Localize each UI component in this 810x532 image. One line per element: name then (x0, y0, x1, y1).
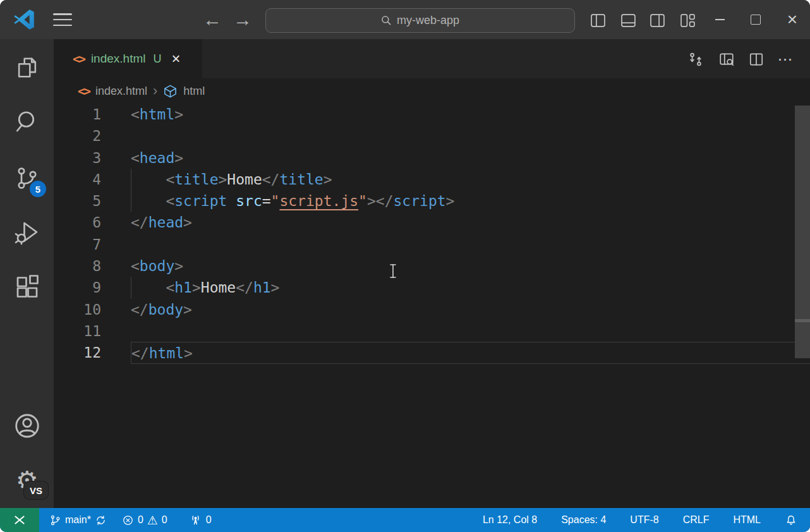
source-control-icon[interactable]: 5 (12, 163, 42, 193)
html-file-icon: <> (73, 52, 85, 66)
eol-status[interactable]: CRLF (680, 514, 712, 526)
branch-name: main* (65, 514, 91, 526)
maximize-button[interactable] (741, 5, 770, 34)
remote-icon (13, 513, 27, 527)
code-text[interactable] (131, 320, 810, 342)
ports-status[interactable]: 0 (186, 514, 214, 527)
line-number[interactable]: 5 (54, 190, 101, 212)
notifications-bell-icon[interactable] (782, 514, 800, 526)
code-text[interactable]: <head> (131, 147, 810, 169)
line-number[interactable]: 7 (54, 234, 101, 255)
code-editor[interactable]: 1<html>23<head>4 <title>Home</title>5 <s… (54, 104, 810, 364)
title-bar: ← → my-web-app × (0, 0, 810, 39)
code-text[interactable] (131, 234, 810, 255)
code-line[interactable]: 3<head> (54, 147, 810, 169)
line-number[interactable]: 8 (54, 255, 101, 277)
code-text[interactable]: </body> (131, 299, 810, 320)
split-editor-icon[interactable] (745, 49, 768, 70)
code-text[interactable]: <html> (131, 104, 810, 125)
toggle-primary-sidebar-icon[interactable] (587, 10, 608, 30)
breadcrumb-file[interactable]: index.html (95, 85, 147, 98)
line-number[interactable]: 1 (54, 104, 101, 125)
tab-bar: <> index.html U × ⋯ (54, 39, 810, 78)
line-number[interactable]: 12 (54, 342, 101, 363)
editor-scrollbar[interactable] (795, 39, 810, 508)
error-count: 0 (138, 514, 143, 526)
code-line[interactable]: 6</head> (54, 212, 810, 233)
search-icon (381, 15, 392, 26)
back-arrow-button[interactable]: ← (200, 6, 225, 33)
code-line[interactable]: 12</html> (54, 342, 810, 363)
breadcrumb: <> index.html › html (54, 78, 810, 104)
explorer-icon[interactable] (12, 52, 42, 83)
symbol-cube-icon (163, 84, 178, 99)
menu-hamburger-icon[interactable] (53, 13, 72, 26)
line-number[interactable]: 11 (54, 320, 101, 342)
toggle-panel-icon[interactable] (617, 10, 639, 30)
editor-group: <> index.html U × ⋯ <> index.html › (54, 39, 810, 508)
language-mode-status[interactable]: HTML (730, 514, 763, 526)
problems-status[interactable]: 0 ⚠ 0 (119, 514, 170, 526)
line-number[interactable]: 9 (54, 277, 101, 298)
customize-layout-icon[interactable] (677, 10, 698, 30)
indent-guide (131, 190, 131, 212)
code-text[interactable]: <body> (131, 255, 810, 277)
code-line[interactable]: 9 <h1>Home</h1> (54, 277, 810, 298)
code-line[interactable]: 8<body> (54, 255, 810, 277)
git-branch-status[interactable]: main* (47, 514, 109, 526)
minimize-button[interactable] (705, 5, 734, 34)
forward-arrow-button[interactable]: → (230, 6, 255, 33)
overview-ruler-cursor-marker (795, 319, 810, 322)
open-preview-icon[interactable] (715, 49, 738, 70)
remote-indicator[interactable] (0, 508, 39, 532)
account-icon[interactable] (12, 411, 42, 441)
code-line[interactable]: 5 <script src="script.js"></script> (54, 190, 810, 212)
broadcast-tower-icon (189, 514, 202, 527)
code-text[interactable]: <title>Home</title> (131, 169, 810, 190)
indent-guide (131, 169, 131, 190)
vs-cursor-badge: VS (24, 481, 48, 499)
code-line[interactable]: 11 (54, 320, 810, 342)
close-tab-icon[interactable]: × (172, 51, 181, 66)
close-window-button[interactable]: × (778, 5, 807, 34)
search-sidebar-icon[interactable] (12, 106, 42, 136)
error-icon (122, 514, 134, 526)
chevron-right-icon: › (153, 83, 157, 99)
open-changes-icon[interactable] (684, 49, 707, 70)
code-text[interactable]: </html> (131, 342, 810, 363)
cursor-position-status[interactable]: Ln 12, Col 8 (480, 514, 540, 526)
indentation-status[interactable]: Spaces: 4 (559, 514, 608, 526)
branch-icon (49, 514, 61, 526)
html-file-icon: <> (78, 84, 90, 98)
line-number[interactable]: 3 (54, 147, 101, 169)
workspace-name: my-web-app (397, 14, 459, 27)
code-line[interactable]: 1<html> (54, 104, 810, 125)
warning-count: 0 (162, 514, 167, 526)
mouse-ibeam-cursor (389, 263, 397, 279)
scm-pending-changes-badge: 5 (30, 181, 46, 197)
line-number[interactable]: 2 (54, 125, 101, 147)
code-line[interactable]: 7 (54, 234, 810, 255)
sync-icon[interactable] (95, 514, 107, 526)
extensions-icon[interactable] (12, 271, 42, 301)
encoding-status[interactable]: UTF-8 (627, 514, 661, 526)
code-text[interactable]: <h1>Home</h1> (131, 277, 810, 298)
untracked-badge: U (154, 52, 162, 66)
code-line[interactable]: 2 (54, 125, 810, 147)
code-text[interactable]: <script src="script.js"></script> (131, 190, 810, 212)
code-text[interactable] (131, 125, 810, 147)
line-number[interactable]: 10 (54, 299, 101, 320)
line-number[interactable]: 6 (54, 212, 101, 233)
code-text[interactable]: </head> (131, 212, 810, 233)
more-actions-icon[interactable]: ⋯ (774, 49, 797, 70)
command-center-search[interactable]: my-web-app (265, 8, 575, 33)
scrollbar-slider[interactable] (795, 106, 810, 358)
breadcrumb-symbol[interactable]: html (183, 85, 205, 98)
line-number[interactable]: 4 (54, 169, 101, 190)
vscode-window: ← → my-web-app × 5 (0, 0, 810, 532)
run-debug-icon[interactable] (12, 217, 42, 248)
code-line[interactable]: 10</body> (54, 299, 810, 320)
code-line[interactable]: 4 <title>Home</title> (54, 169, 810, 190)
toggle-secondary-sidebar-icon[interactable] (646, 10, 668, 30)
tab-index-html[interactable]: <> index.html U × (54, 39, 202, 78)
